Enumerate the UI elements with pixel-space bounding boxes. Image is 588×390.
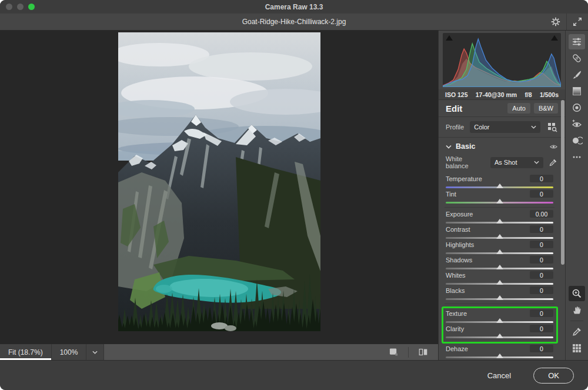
zoom-tool-button[interactable] [569, 286, 585, 301]
more-tool-button[interactable] [569, 149, 585, 165]
white-balance-eyedropper-icon[interactable] [548, 158, 558, 168]
slider-thumb-dehaze[interactable] [496, 354, 503, 358]
slider-track-blacks[interactable] [446, 295, 553, 301]
photo-preview [118, 32, 320, 331]
slider-thumb-whites[interactable] [496, 280, 503, 285]
cancel-button[interactable]: Cancel [487, 371, 511, 380]
zoombar-divider [408, 347, 409, 358]
slider-label-temperature: Temperature [446, 175, 482, 182]
slider-track-exposure[interactable] [446, 218, 553, 225]
traffic-lights[interactable] [6, 4, 35, 10]
slider-thumb-contrast[interactable] [496, 234, 503, 239]
slider-value-contrast[interactable]: 0 [530, 225, 553, 233]
eye-visibility-icon[interactable] [549, 143, 558, 151]
slider-track-highlights[interactable] [446, 249, 553, 255]
sampler-tool-button[interactable] [569, 324, 585, 339]
lens-value: 17-40@30 mm [476, 91, 517, 98]
traffic-light-0[interactable] [6, 4, 12, 10]
preview-toggle-icon[interactable] [389, 348, 399, 356]
slider-thumb-temperature[interactable] [496, 184, 503, 188]
image-canvas[interactable] [0, 31, 438, 344]
slider-label-shadows: Shadows [446, 256, 472, 264]
slider-thumb-exposure[interactable] [496, 219, 503, 224]
white-balance-dropdown[interactable]: As Shot [490, 157, 543, 168]
zoom-level-tab[interactable]: 100% [52, 344, 87, 360]
slider-thumb-shadows[interactable] [496, 265, 503, 269]
filename-bar: Goat-Ridge-Hike-Chilliwack-2.jpg [0, 14, 588, 31]
slider-thumb-blacks[interactable] [496, 295, 503, 300]
basic-section-header[interactable]: Basic [439, 138, 565, 152]
brush-tool-button[interactable] [569, 67, 585, 82]
slider-value-blacks[interactable]: 0 [530, 286, 553, 294]
presets-tool-button[interactable] [569, 133, 585, 148]
slider-value-clarity[interactable]: 0 [530, 325, 553, 332]
slider-row-blacks: Blacks 0 [446, 286, 553, 301]
slider-label-dehaze: Dehaze [446, 345, 468, 352]
slider-thumb-texture[interactable] [496, 318, 503, 323]
slider-track-shadows[interactable] [446, 264, 553, 271]
slider-value-shadows[interactable]: 0 [530, 256, 553, 264]
slider-track-texture[interactable] [446, 318, 553, 324]
fit-zoom-tab[interactable]: Fit (18.7%) [0, 344, 52, 360]
edit-panel-title: Edit [446, 104, 504, 114]
section-divider [445, 207, 554, 208]
profile-row: Profile Color [439, 117, 565, 138]
settings-panel: ISO 125 17-40@30 mm f/8 1/500s Edit Auto… [438, 31, 565, 360]
radial-tool-button[interactable] [569, 100, 585, 115]
fullscreen-button[interactable] [566, 14, 588, 30]
traffic-light-2[interactable] [28, 4, 35, 10]
zoom-icon [571, 288, 583, 299]
slider-value-texture[interactable]: 0 [530, 309, 553, 317]
main-area: Fit (18.7%) 100% [0, 31, 588, 360]
hand-tool-button[interactable] [569, 302, 585, 318]
slider-label-blacks: Blacks [446, 287, 465, 294]
slider-thumb-tint[interactable] [496, 199, 503, 204]
slider-track-whites[interactable] [446, 279, 553, 286]
profile-dropdown[interactable]: Color [470, 121, 540, 133]
slider-value-tint[interactable]: 0 [530, 190, 553, 198]
gradient-tool-button[interactable] [569, 84, 585, 99]
chevron-down-icon [92, 351, 98, 354]
slider-value-exposure[interactable]: 0.00 [530, 210, 553, 218]
window-title: Camera Raw 13.3 [0, 3, 588, 11]
slider-label-contrast: Contrast [446, 226, 470, 233]
slider-value-highlights[interactable]: 0 [530, 241, 553, 248]
auto-button[interactable]: Auto [507, 103, 530, 114]
histogram[interactable] [443, 33, 561, 87]
edit-icon [571, 36, 583, 48]
shadow-clipping-warning-icon[interactable] [446, 35, 453, 41]
edit-tool-button[interactable] [569, 34, 585, 49]
slider-track-tint[interactable] [446, 198, 553, 205]
white-balance-label: White balance [446, 155, 486, 169]
healing-tool-button[interactable] [569, 51, 585, 66]
bw-button[interactable]: B&W [534, 103, 558, 114]
slider-track-contrast[interactable] [446, 234, 553, 240]
white-balance-value: As Shot [495, 159, 517, 166]
grid-tool-button[interactable] [569, 341, 585, 356]
settings-gear-button[interactable] [544, 14, 566, 30]
slider-value-temperature[interactable]: 0 [530, 175, 553, 182]
slider-thumb-clarity[interactable] [496, 334, 503, 338]
slider-value-whites[interactable]: 0 [530, 271, 553, 279]
profile-browser-icon[interactable] [546, 121, 558, 133]
slider-value-dehaze[interactable]: 0 [530, 345, 553, 352]
slider-thumb-highlights[interactable] [496, 249, 503, 254]
panel-scrollbar[interactable] [561, 100, 564, 265]
slider-label-clarity: Clarity [446, 325, 464, 332]
slider-row-tint: Tint 0 [446, 190, 553, 205]
highlight-clipping-warning-icon[interactable] [551, 35, 558, 41]
slider-track-dehaze[interactable] [446, 353, 553, 359]
slider-track-temperature[interactable] [446, 183, 553, 189]
before-after-view-icon[interactable] [418, 348, 429, 356]
grid-icon [571, 342, 583, 354]
settings-gear-icon [550, 16, 561, 27]
profile-label: Profile [446, 124, 464, 131]
exif-info-bar: ISO 125 17-40@30 mm f/8 1/500s [439, 89, 565, 100]
ok-button[interactable]: OK [533, 368, 574, 384]
zoom-level-dropdown[interactable] [86, 344, 104, 360]
toolbar-divider [570, 321, 583, 321]
red-eye-tool-button[interactable] [569, 116, 585, 132]
basic-sliders: Temperature 0 Tint 0 Exposure 0.00 Contr… [439, 173, 565, 360]
traffic-light-1[interactable] [17, 4, 24, 10]
slider-track-clarity[interactable] [446, 333, 553, 339]
